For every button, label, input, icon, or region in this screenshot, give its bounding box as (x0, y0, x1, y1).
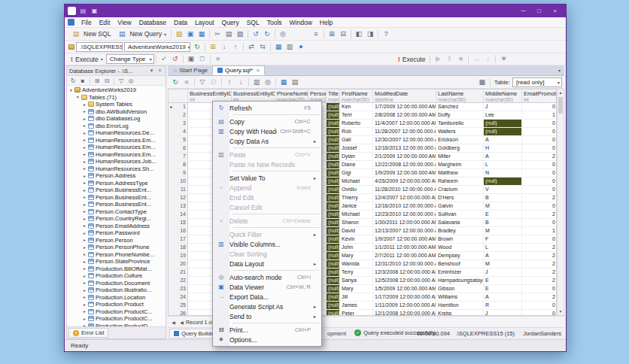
grid-cell[interactable]: 12/30/2007 12:00:00.000 AM (373, 136, 436, 144)
grid-cell[interactable]: J (484, 268, 522, 276)
tree-item[interactable]: ▾ AdventureWorks2019 (67, 86, 166, 94)
grid-cell[interactable]: Lee (484, 111, 522, 119)
grid-cell[interactable]: 1/9/2009 12:00:00.000 AM (373, 169, 436, 177)
grid-cell[interactable]: Dempsey (436, 252, 484, 259)
grid-cell[interactable]: 2/8/2008 12:00:00.000 AM (373, 111, 436, 119)
tree-item[interactable]: ▸ dbo.ErrorLog (67, 123, 166, 130)
grid-cell[interactable]: 0 (522, 202, 557, 210)
grid-cell[interactable]: (null) (327, 285, 340, 293)
sort-ascending-icon[interactable]: ↑ (224, 77, 235, 87)
grid-cell[interactable]: Terry (340, 268, 373, 276)
grid-cell[interactable]: (null) (327, 169, 340, 177)
grid-cell[interactable]: Diane (340, 161, 373, 168)
grid-cell[interactable]: 2 (522, 194, 557, 202)
grid-cell[interactable]: 0 (522, 103, 557, 111)
menu-item[interactable]: Query (218, 19, 243, 26)
menu-item[interactable]: Tools (263, 19, 286, 26)
context-menu-item[interactable]: Clear Sorting ▸ (213, 249, 321, 259)
row-header[interactable]: ▸ 1 (169, 103, 188, 111)
expander-icon[interactable]: ▸ (82, 238, 87, 242)
code-snippets-icon[interactable]: ◨ (365, 29, 375, 39)
context-menu-item[interactable]: ▧ Paste Ctrl+V ▸ (213, 150, 321, 159)
disconnect-icon[interactable]: ⊟ (102, 77, 111, 85)
grid-cell[interactable]: 0 (522, 136, 557, 144)
context-menu-item[interactable]: ▸ (213, 113, 321, 117)
panel-header[interactable]: Database Explorer - .\S... ▾ × (67, 66, 166, 76)
grid-cell[interactable]: Miller (436, 153, 484, 160)
expander-icon[interactable]: ▸ (82, 102, 87, 107)
grid-cell[interactable]: 0 (522, 120, 557, 127)
grid-cell[interactable]: Terri (340, 111, 373, 119)
connection-combo[interactable]: .\SQLEXPRESS15 ▾ (76, 42, 123, 52)
grid-cell[interactable]: (null) (327, 252, 340, 259)
schema-compare-icon[interactable]: ⇄ (246, 42, 257, 52)
grid-cell[interactable]: Goldberg (436, 144, 484, 152)
grid-cell[interactable]: Peter (340, 310, 373, 316)
tree-item[interactable]: ▸ Person.Address (67, 172, 166, 180)
expander-icon[interactable]: ▸ (82, 288, 87, 293)
execute-button-secondary[interactable]: ! Execute (395, 55, 429, 64)
grid-cell[interactable]: 1 (522, 227, 557, 235)
maximize-button[interactable]: □ (531, 6, 547, 16)
find-icon[interactable]: ◎ (278, 29, 288, 39)
column-header[interactable]: FirstName nvarchar(50) (340, 89, 373, 102)
expander-icon[interactable]: ▸ (82, 188, 87, 193)
grid-cell[interactable]: B (484, 194, 522, 202)
format-sql-icon[interactable]: ≡ (311, 29, 321, 39)
grid-cell[interactable]: 4/26/2009 12:00:00.000 AM (373, 177, 436, 185)
grid-cell[interactable]: A (484, 136, 522, 144)
grid-cell[interactable]: 1/30/2011 12:00:00.000 AM (373, 219, 436, 226)
stop-execution-icon[interactable]: ■ (213, 54, 223, 64)
close-tab-icon[interactable]: × (257, 68, 260, 73)
context-menu-item[interactable]: ✳ Options... ▸ (213, 335, 321, 344)
context-menu-item[interactable]: × Delete Ctrl+Delete ▸ (213, 216, 321, 226)
tree-item[interactable]: ▾ Tables (71) (67, 94, 166, 102)
grid-cell[interactable]: (null) (327, 202, 340, 210)
grid-cell[interactable]: Janice (340, 202, 373, 210)
grid-cell[interactable]: (null) (327, 177, 340, 185)
tree-item[interactable]: ▸ Person.PersonPhone (67, 244, 166, 251)
grid-cell[interactable]: 1/1/2011 12:00:00.000 AM (373, 244, 436, 251)
grid-cell[interactable]: L (484, 161, 522, 168)
highlight-icon[interactable]: ▩ (477, 77, 488, 87)
expander-icon[interactable]: ▸ (82, 138, 87, 142)
context-menu-item[interactable]: ▤ Copy Ctrl+C ▸ (213, 117, 321, 126)
expander-icon[interactable]: ▸ (82, 117, 87, 121)
expander-icon[interactable]: ▸ (82, 152, 87, 156)
grid-cell[interactable]: 12/16/2013 12:00:00.000 AM (373, 144, 436, 152)
step-into-icon[interactable]: ↓ (482, 54, 493, 64)
grid-cell[interactable]: Gail (340, 136, 373, 144)
menu-item[interactable]: Layout (191, 19, 218, 26)
grid-cell[interactable]: (null) (327, 128, 340, 135)
column-header[interactable]: Title nvarchar(8) (327, 89, 340, 102)
grid-view-icon[interactable]: ▦ (278, 77, 289, 87)
context-menu-item[interactable]: ▸ (213, 268, 321, 272)
grid-cell[interactable]: Brown (436, 235, 484, 243)
grid-cell[interactable]: 0 (522, 144, 557, 152)
refresh-connection-icon[interactable]: ↻ (192, 42, 202, 52)
expander-icon[interactable]: ▸ (82, 309, 87, 314)
grid-cell[interactable]: 1/5/2009 12:00:00.000 AM (373, 285, 436, 293)
tree-item[interactable]: ▸ Person.Person (67, 237, 166, 244)
stop-refresh-icon[interactable]: ■ (181, 77, 192, 87)
grid-cell[interactable]: Galvin (436, 202, 484, 210)
tree-item[interactable]: ▸ Person.StateProvince (67, 258, 166, 265)
title-bar[interactable]: ▤ ▣ ─ □ × (65, 5, 566, 17)
expander-icon[interactable]: ▸ (82, 231, 87, 235)
row-header[interactable]: 4 (169, 128, 188, 135)
grid-cell[interactable]: Harnpadoungsataya (436, 277, 484, 284)
grid-cell[interactable]: (null) (327, 161, 340, 168)
grid-cell[interactable]: 1/7/2009 12:00:00.000 AM (373, 103, 436, 111)
expander-icon[interactable]: ▸ (82, 109, 87, 114)
tree-item[interactable]: ▸ System Tables (67, 101, 166, 108)
tree-item[interactable]: ▸ Person.EmailAddress (67, 223, 166, 230)
expander-icon[interactable]: ▸ (82, 245, 87, 250)
expander-icon[interactable]: ▸ (82, 302, 87, 307)
grid-cell[interactable]: R (484, 302, 522, 309)
grid-cell[interactable]: James (340, 302, 373, 309)
context-menu-item[interactable]: ▸ (213, 321, 321, 325)
grid-cell[interactable]: B (484, 219, 522, 226)
column-header[interactable]: ModifiedDate datetime (373, 89, 436, 102)
tree-item[interactable]: ▸ HumanResources.Sh... (67, 165, 166, 173)
grid-cell[interactable]: Margheim (436, 161, 484, 168)
